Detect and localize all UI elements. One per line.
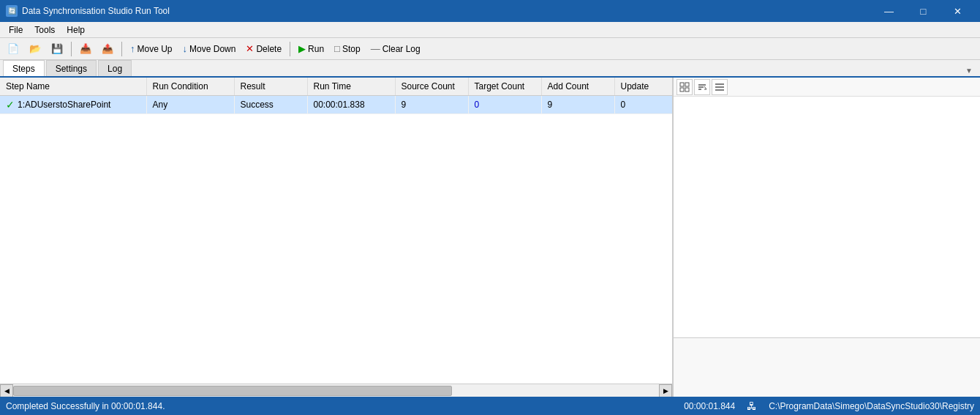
run-button[interactable]: ▶ Run <box>294 40 328 58</box>
toolbar: 📄 📂 💾 📥 📤 ↑ Move Up ↓ Move Down ✕ Delete… <box>0 38 980 60</box>
stop-button[interactable]: □ Stop <box>330 40 365 58</box>
save-icon: 💾 <box>51 43 63 54</box>
scroll-right-arrow[interactable]: ▶ <box>659 384 672 397</box>
window-title: Data Synchronisation Studio Run Tool <box>22 6 170 16</box>
col-target-count: Target Count <box>468 78 541 95</box>
right-btn-list[interactable] <box>712 79 728 95</box>
menu-help[interactable]: Help <box>61 23 91 37</box>
menu-tools[interactable]: Tools <box>29 23 61 37</box>
delete-button[interactable]: ✕ Delete <box>241 40 286 58</box>
import-icon: 📥 <box>80 43 91 54</box>
tab-bar: Steps Settings Log ▼ <box>0 60 980 78</box>
run-label: Run <box>308 44 324 54</box>
tab-steps[interactable]: Steps <box>3 60 45 76</box>
cell-target-count: 0 <box>468 95 541 113</box>
svg-rect-2 <box>680 88 684 91</box>
right-btn-grid[interactable] <box>676 79 693 95</box>
cell-update: 0 <box>614 95 672 113</box>
open-button[interactable]: 📂 <box>25 40 45 58</box>
col-source-count: Source Count <box>395 78 468 95</box>
maximize-button[interactable]: □ <box>907 0 940 22</box>
steps-table: Step Name Run Condition Result Run Time … <box>0 78 672 114</box>
tab-expand-icon[interactable]: ▼ <box>961 65 977 76</box>
scroll-track[interactable] <box>13 384 659 397</box>
tab-settings[interactable]: Settings <box>46 60 97 76</box>
tab-log[interactable]: Log <box>98 60 132 76</box>
move-down-label: Move Down <box>189 44 235 54</box>
cell-run-time: 00:00:01.838 <box>307 95 395 113</box>
close-button[interactable]: ✕ <box>941 0 974 22</box>
col-update: Update <box>614 78 672 95</box>
separator-3 <box>290 42 290 56</box>
minimize-button[interactable]: — <box>872 0 905 22</box>
app-icon: 🔄 <box>6 5 18 17</box>
scroll-thumb[interactable] <box>13 386 452 396</box>
cell-source-count: 9 <box>395 95 468 113</box>
col-result: Result <box>234 78 307 95</box>
scroll-left-arrow[interactable]: ◀ <box>0 384 13 397</box>
new-button[interactable]: 📄 <box>3 40 23 58</box>
status-right: 00:00:01.844 🖧 C:\ProgramData\Simego\Dat… <box>684 400 974 412</box>
cell-run-condition: Any <box>146 95 234 113</box>
grid-icon <box>679 82 690 92</box>
right-toolbar <box>674 78 980 97</box>
move-down-icon: ↓ <box>183 43 188 54</box>
right-panel <box>673 78 980 397</box>
status-bar: Completed Successfully in 00:00:01.844. … <box>0 397 980 415</box>
svg-rect-3 <box>685 88 689 91</box>
cell-result: Success <box>234 95 307 113</box>
network-icon: 🖧 <box>747 400 757 412</box>
import-button[interactable]: 📥 <box>75 40 96 58</box>
move-up-icon: ↑ <box>130 43 135 54</box>
move-down-button[interactable]: ↓ Move Down <box>178 40 241 58</box>
table-wrapper[interactable]: Step Name Run Condition Result Run Time … <box>0 78 672 384</box>
move-up-label: Move Up <box>137 44 173 54</box>
status-message: Completed Successfully in 00:00:01.844. <box>6 401 165 411</box>
right-bottom-panel <box>674 338 980 397</box>
clear-log-icon: — <box>371 43 380 54</box>
status-path: C:\ProgramData\Simego\DataSyncStudio30\R… <box>769 401 974 411</box>
window-controls: — □ ✕ <box>872 0 974 22</box>
cell-add-count: 9 <box>541 95 614 113</box>
col-run-condition: Run Condition <box>146 78 234 95</box>
separator-1 <box>71 42 72 56</box>
right-top-panel <box>674 97 980 338</box>
separator-2 <box>121 42 122 56</box>
col-add-count: Add Count <box>541 78 614 95</box>
success-icon: ✓ <box>6 99 15 111</box>
cell-step-name: ✓ 1:ADUserstoSharePoint <box>0 95 146 113</box>
stop-label: Stop <box>342 44 361 54</box>
save-button[interactable]: 💾 <box>47 40 67 58</box>
move-up-button[interactable]: ↑ Move Up <box>126 40 177 58</box>
export-button[interactable]: 📤 <box>97 40 118 58</box>
left-panel: Step Name Run Condition Result Run Time … <box>0 78 673 397</box>
run-icon: ▶ <box>298 43 306 54</box>
step-name-text: 1:ADUserstoSharePoint <box>18 100 110 110</box>
sort-icon <box>697 82 707 92</box>
menu-bar: File Tools Help <box>0 22 980 38</box>
status-time: 00:00:01.844 <box>684 401 735 411</box>
delete-icon: ✕ <box>246 43 254 54</box>
export-icon: 📤 <box>102 43 113 54</box>
horizontal-scrollbar[interactable]: ◀ ▶ <box>0 384 672 397</box>
main-area: Step Name Run Condition Result Run Time … <box>0 78 980 397</box>
delete-label: Delete <box>256 44 282 54</box>
clear-log-button[interactable]: — Clear Log <box>366 40 425 58</box>
clear-log-label: Clear Log <box>382 44 421 54</box>
col-step-name: Step Name <box>0 78 146 95</box>
stop-icon: □ <box>334 43 340 54</box>
col-run-time: Run Time <box>307 78 395 95</box>
new-icon: 📄 <box>7 43 19 54</box>
svg-rect-0 <box>680 83 684 86</box>
list-icon <box>715 82 725 92</box>
title-bar: 🔄 Data Synchronisation Studio Run Tool —… <box>0 0 980 22</box>
table-row[interactable]: ✓ 1:ADUserstoSharePoint Any Success 00:0… <box>0 95 672 113</box>
title-bar-left: 🔄 Data Synchronisation Studio Run Tool <box>6 5 170 17</box>
menu-file[interactable]: File <box>3 23 29 37</box>
right-btn-sort[interactable] <box>694 79 710 95</box>
svg-rect-1 <box>685 83 689 86</box>
open-icon: 📂 <box>29 43 41 54</box>
